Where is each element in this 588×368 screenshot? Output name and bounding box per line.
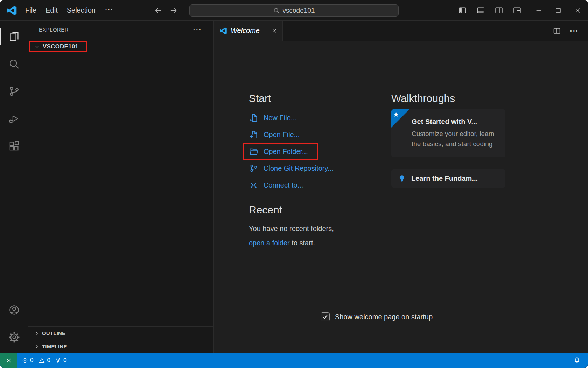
- split-editor-icon[interactable]: [553, 27, 561, 35]
- activity-source-control[interactable]: [0, 77, 28, 105]
- sidebar-title: EXPLORER: [39, 27, 69, 33]
- close-icon[interactable]: [568, 0, 588, 20]
- walkthrough-card-get-started[interactable]: ★ Get Started with V... Customize your e…: [391, 109, 505, 157]
- tab-close-icon[interactable]: [271, 28, 278, 34]
- tab-bar: Welcome ⋯: [214, 21, 588, 41]
- remote-indicator[interactable]: [0, 353, 17, 368]
- startup-option: Show welcome page on startup: [321, 312, 433, 321]
- title-bar: File Edit Selection ⋯ vscode101: [0, 0, 588, 21]
- extensions-icon: [8, 140, 20, 152]
- toggle-secondary-sidebar-icon[interactable]: [491, 4, 506, 18]
- sidebar-more-actions-icon[interactable]: ⋯: [192, 27, 202, 32]
- maximize-icon[interactable]: [548, 0, 568, 20]
- folder-name: VSCODE101: [43, 43, 78, 50]
- open-a-folder-link[interactable]: open a folder: [249, 239, 290, 247]
- problems-status[interactable]: 0 0: [22, 357, 50, 364]
- command-center[interactable]: vscode101: [189, 4, 399, 17]
- back-arrow-icon[interactable]: [154, 6, 163, 15]
- start-link-clone-repo[interactable]: Clone Git Repository...: [249, 160, 334, 177]
- activity-accounts[interactable]: [0, 296, 28, 323]
- search-icon: [273, 7, 280, 14]
- title-bar-right: [455, 0, 588, 20]
- notifications-bell[interactable]: [573, 357, 581, 364]
- start-link-open-folder[interactable]: Open Folder...: [249, 143, 308, 160]
- customize-layout-icon[interactable]: [509, 4, 525, 18]
- files-icon: [8, 30, 20, 43]
- start-link-new-file[interactable]: New File...: [249, 109, 296, 126]
- vscode-logo-icon: [7, 5, 17, 16]
- warning-count: 0: [47, 357, 50, 364]
- warning-icon: [38, 357, 45, 364]
- sidebar-header: EXPLORER ⋯: [28, 21, 214, 38]
- star-icon: ★: [393, 110, 399, 118]
- editor-area: Welcome ⋯ Start: [214, 21, 588, 353]
- recent-suffix-text: to start.: [290, 239, 315, 247]
- section-outline[interactable]: OUTLINE: [28, 326, 214, 340]
- chevron-right-icon: [34, 343, 40, 350]
- ports-count: 0: [63, 357, 66, 364]
- toggle-panel-icon[interactable]: [473, 4, 488, 18]
- walkthroughs-heading: Walkthroughs: [391, 93, 505, 104]
- check-icon: [322, 313, 329, 320]
- open-file-icon: [249, 130, 258, 139]
- chevron-down-icon: [34, 43, 41, 50]
- sidebar-bottom-sections: OUTLINE TIMELINE: [28, 326, 214, 353]
- card-title: Get Started with V...: [412, 118, 498, 126]
- start-list: New File... Open File... Open Folder...: [249, 109, 378, 193]
- open-folder-icon: [249, 147, 258, 156]
- tab-welcome[interactable]: Welcome: [214, 21, 283, 41]
- remote-icon: [6, 357, 12, 364]
- section-label: TIMELINE: [42, 343, 67, 349]
- bell-icon: [573, 357, 581, 364]
- menu-overflow-icon[interactable]: ⋯: [100, 6, 118, 15]
- menu-selection[interactable]: Selection: [62, 4, 100, 16]
- minimize-icon[interactable]: [529, 0, 548, 20]
- section-label: OUTLINE: [42, 330, 65, 336]
- radio-tower-icon: [55, 357, 62, 364]
- history-navigation: [154, 0, 178, 20]
- section-timeline[interactable]: TIMELINE: [28, 340, 214, 353]
- menu-file[interactable]: File: [21, 4, 41, 16]
- startup-checkbox-label: Show welcome page on startup: [335, 313, 433, 321]
- recent-empty-text: You have no recent folders,: [249, 225, 334, 232]
- search-icon: [8, 58, 20, 70]
- activity-settings[interactable]: [0, 323, 28, 351]
- layout-controls: [455, 4, 525, 18]
- status-bar: 0 0 0: [0, 353, 588, 368]
- error-icon: [22, 357, 28, 364]
- error-count: 0: [30, 357, 33, 364]
- ports-status[interactable]: 0: [55, 357, 66, 364]
- menu-bar: File Edit Selection ⋯: [21, 4, 118, 16]
- activity-bar: [0, 21, 28, 353]
- vscode-logo-icon: [219, 27, 227, 35]
- activity-explorer[interactable]: [0, 23, 28, 50]
- toggle-primary-sidebar-icon[interactable]: [455, 4, 470, 18]
- gear-icon: [8, 331, 20, 343]
- welcome-page: Start New File... Open File... Open F: [214, 41, 588, 353]
- card-title: Learn the Fundam...: [411, 175, 478, 183]
- git-branch-icon: [8, 85, 20, 97]
- editor-actions: ⋯: [553, 21, 588, 41]
- editor-more-actions-icon[interactable]: ⋯: [569, 29, 579, 33]
- explorer-sidebar: EXPLORER ⋯ VSCODE101 OUTLINE TIMELINE: [28, 21, 214, 353]
- start-link-open-file[interactable]: Open File...: [249, 126, 300, 143]
- walkthrough-card-learn-fundamentals[interactable]: Learn the Fundam...: [391, 169, 505, 188]
- run-debug-icon: [8, 113, 20, 125]
- remote-icon: [249, 180, 258, 190]
- activity-search[interactable]: [0, 50, 28, 77]
- new-file-icon: [249, 113, 258, 123]
- card-description: Customize your editor, learn the basics,…: [412, 129, 498, 149]
- start-link-connect-to[interactable]: Connect to...: [249, 177, 303, 193]
- git-branch-icon: [249, 164, 258, 173]
- forward-arrow-icon[interactable]: [169, 6, 178, 15]
- start-heading: Start: [249, 93, 378, 104]
- chevron-right-icon: [34, 330, 40, 336]
- activity-extensions[interactable]: [0, 132, 28, 159]
- welcome-startup-checkbox[interactable]: [321, 312, 330, 321]
- folder-section-vscode101[interactable]: VSCODE101: [29, 41, 88, 52]
- activity-run-debug[interactable]: [0, 105, 28, 132]
- recent-heading: Recent: [249, 204, 378, 216]
- vscode-window: File Edit Selection ⋯ vscode101: [0, 0, 588, 368]
- window-controls: [529, 0, 588, 20]
- menu-edit[interactable]: Edit: [41, 4, 62, 16]
